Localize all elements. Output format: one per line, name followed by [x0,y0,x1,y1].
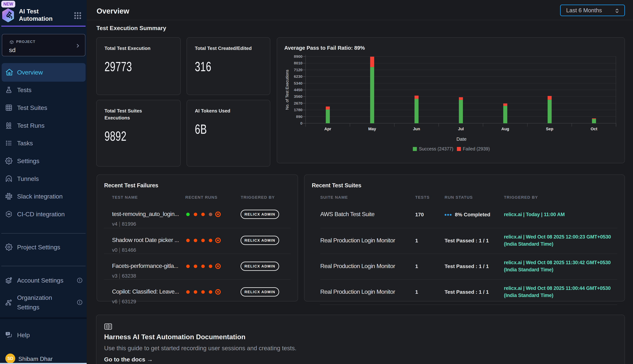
svg-text:0: 0 [300,121,302,125]
svg-text:890: 890 [296,114,302,119]
svg-text:Aug: Aug [501,126,509,131]
svg-text:4450: 4450 [294,88,302,92]
svg-text:Jul: Jul [458,126,464,131]
svg-text:Apr: Apr [324,126,331,131]
svg-text:No. of Test Executions: No. of Test Executions [285,70,289,110]
svg-text:3560: 3560 [294,94,302,98]
svg-text:8010: 8010 [294,61,302,65]
svg-text:7120: 7120 [294,68,302,72]
svg-text:Jun: Jun [413,126,420,131]
svg-text:Failed (2939): Failed (2939) [463,146,490,151]
svg-text:Oct: Oct [590,126,597,131]
svg-text:May: May [368,126,376,131]
svg-text:6230: 6230 [294,74,302,78]
svg-text:Success (24377): Success (24377) [419,146,453,151]
svg-text:1780: 1780 [294,108,302,112]
svg-text:?: ? [7,332,9,335]
svg-text:2670: 2670 [294,101,302,105]
svg-text:Date: Date [457,136,467,142]
svg-text:Sep: Sep [546,126,553,131]
svg-text:8900: 8900 [294,54,302,58]
svg-text:5340: 5340 [294,81,302,85]
